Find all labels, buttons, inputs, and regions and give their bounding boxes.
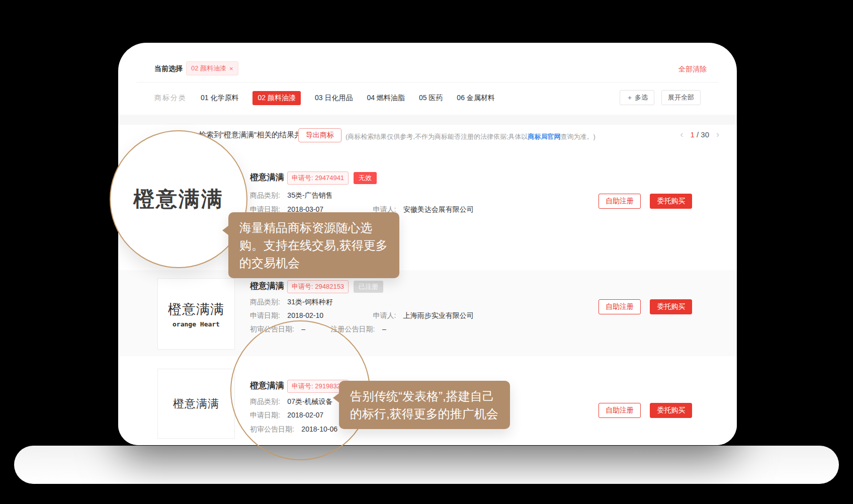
topbar-divider [136,82,719,82]
applicant-value: 安徽美达会展有限公司 [403,205,474,213]
status-badge-registered: 已注册 [354,281,383,293]
tooltip-1-text: 海量精品商标资源随心选购。支持在线交易,获得更多的交易机会 [239,221,388,270]
trademark-image-2-cn: 橙意满满 [168,300,224,318]
multi-select-button[interactable]: ＋ 多选 [620,90,654,105]
row3-actions: 自助注册 委托购买 [599,403,692,418]
category-value: 35类-广告销售 [287,191,332,199]
row2-actions: 自助注册 委托购买 [599,299,692,314]
category-bar: 商标分类 01 化学原料 02 颜料油漆 03 日化用品 04 燃料油脂 05 … [154,91,495,105]
app-no-value-2: 29482153 [315,283,344,290]
app-no-label-2: 申请号: [292,283,313,290]
pagination: ‹ 1 / 30 › [680,129,719,140]
trademark-image-3-cn: 橙意满满 [173,396,219,411]
current-page: 1 [690,130,694,139]
row2-category-line: 商品类别: 31类-饲料种籽 [250,297,333,307]
entrust-purchase-button-2[interactable]: 委托购买 [650,299,692,314]
page-indicator: 1 / 30 [690,130,709,139]
entrust-purchase-button-1[interactable]: 委托购买 [650,194,692,209]
category-item-02-selected[interactable]: 02 颜料油漆 [252,91,300,105]
apply-date-value: 2018-02-10 [287,311,323,319]
category-item-06[interactable]: 06 金属材料 [457,94,494,103]
marketing-screenshot-stage: 当前选择 02 颜料油漆 × 全部清除 商标分类 01 化学原料 02 颜料油漆… [0,0,853,504]
tooltip-2-text: 告别传统“发表格”,搭建自己的标行,获得更多的推广机会 [350,389,498,421]
status-badge-invalid: 无效 [354,172,377,184]
current-selection-label: 当前选择 [154,64,183,73]
section-gap [118,115,737,125]
category-bar-actions: ＋ 多选 展开全部 [620,90,701,105]
category-label: 商品类别: [250,298,280,306]
row1-actions: 自助注册 委托购买 [599,194,692,209]
application-number-tag-2: 申请号: 29482153 [287,280,349,293]
self-register-button-3[interactable]: 自助注册 [599,403,641,418]
self-register-button-1[interactable]: 自助注册 [599,194,641,209]
category-item-04[interactable]: 04 燃料油脂 [367,94,404,103]
row1-category-line: 商品类别: 35类-广告销售 [250,191,333,200]
prev-page-icon[interactable]: ‹ [680,129,683,140]
applicant-value: 上海雨步实业有限公司 [403,311,474,319]
callout-tooltip-1: 海量精品商标资源随心选购。支持在线交易,获得更多的交易机会 [228,212,399,278]
clear-all-button[interactable]: 全部清除 [678,65,707,74]
trademark-name-1[interactable]: 橙意满满 [250,172,284,183]
next-page-icon[interactable]: › [716,129,719,140]
trademark-image-2-en: orange Heart [173,320,220,328]
reg-publication-value: – [382,325,386,333]
remove-filter-icon[interactable]: × [229,65,233,72]
export-trademarks-button[interactable]: 导出商标 [298,128,342,142]
trademark-name-2[interactable]: 橙意满满 [250,280,284,292]
trademark-office-link[interactable]: 商标局官网 [528,133,561,140]
category-value: 31类-饲料种籽 [287,298,332,306]
apply-date-label: 申请日期: [250,311,280,319]
disclaimer-text-post: 查询为准。) [561,133,595,140]
selected-filter-tag-text: 02 颜料油漆 [191,64,226,73]
category-item-03[interactable]: 03 日化用品 [315,94,353,103]
laptop-base [14,446,839,484]
category-bar-label: 商标分类 [154,94,187,103]
self-register-button-2[interactable]: 自助注册 [599,299,641,314]
entrust-purchase-button-3[interactable]: 委托购买 [650,403,692,418]
total-pages: 30 [701,130,709,139]
category-item-05[interactable]: 05 医药 [419,94,443,103]
applicant-label: 申请人: [373,311,396,319]
tooltip-1-arrow-icon [222,225,229,235]
results-summary-text: 检索到“橙意满满”相关的结果共 [199,130,302,139]
application-number-tag-1: 申请号: 29474941 [287,172,349,185]
disclaimer-text-pre: (商标检索结果仅供参考,不作为商标能否注册的法律依据;具体以 [346,133,528,140]
tooltip-2-arrow-icon [333,393,339,403]
category-label: 商品类别: [250,191,280,199]
selected-filter-tag[interactable]: 02 颜料油漆 × [186,61,238,75]
magnifier-lens-1: 橙意满满 [110,130,247,268]
expand-all-button[interactable]: 展开全部 [661,90,701,105]
callout-tooltip-2: 告别传统“发表格”,搭建自己的标行,获得更多的推广机会 [339,381,510,429]
trademark-image-3: 橙意满满 [157,369,235,439]
page-separator: / [697,130,699,139]
lens-trademark-text: 橙意满满 [133,185,224,213]
app-no-label-1: 申请号: [292,174,313,182]
app-no-value-1: 29474941 [315,174,344,182]
trademark-image-2: 橙意满满 orange Heart [157,278,235,350]
results-disclaimer: (商标检索结果仅供参考,不作为商标能否注册的法律依据;具体以商标局官网查询为准。… [346,132,595,141]
category-item-01[interactable]: 01 化学原料 [201,94,238,103]
row2-date-line: 申请日期: 2018-02-10 申请人: 上海雨步实业有限公司 [250,311,474,320]
